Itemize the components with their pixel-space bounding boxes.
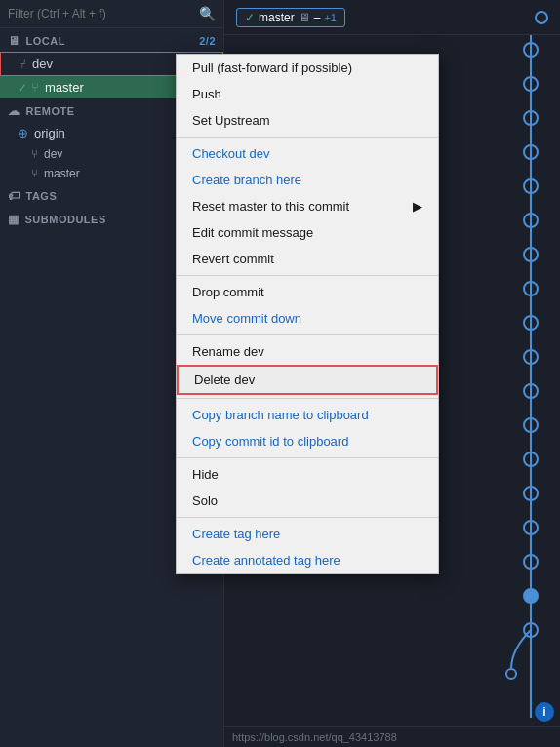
menu-create-annotated-tag[interactable]: Create annotated tag here xyxy=(177,547,438,573)
check-icon: ✓ xyxy=(245,11,255,24)
menu-rename-dev[interactable]: Rename dev xyxy=(177,338,438,365)
menu-create-branch[interactable]: Create branch here xyxy=(177,167,438,193)
menu-hide[interactable]: Hide xyxy=(177,461,438,488)
search-icon: 🔍 xyxy=(199,6,216,21)
remote-origin-name: origin xyxy=(34,126,65,140)
menu-solo[interactable]: Solo xyxy=(177,488,438,514)
menu-create-tag[interactable]: Create tag here xyxy=(177,521,438,547)
branch-name-dev: dev xyxy=(32,57,53,71)
monitor-icon: 🖥 xyxy=(299,11,310,24)
remote-label: REMOTE xyxy=(26,105,75,117)
menu-set-upstream[interactable]: Set Upstream xyxy=(177,107,438,134)
top-bar: ✓ master 🖥 – +1 xyxy=(224,0,560,35)
menu-revert[interactable]: Revert commit xyxy=(177,246,438,272)
menu-delete-dev[interactable]: Delete dev xyxy=(177,365,438,395)
branch-name-master: master xyxy=(45,80,84,95)
menu-copy-commit-id[interactable]: Copy commit id to clipboard xyxy=(177,428,438,454)
menu-reset-master-label: Reset master to this commit xyxy=(192,199,349,214)
menu-reset-master[interactable]: Reset master to this commit ▶ xyxy=(177,193,438,219)
plus-badge: – xyxy=(314,11,321,24)
submodules-label: SUBMODULES xyxy=(25,214,106,225)
svg-point-19 xyxy=(506,669,516,679)
checkmark-icon: ✓ xyxy=(18,81,27,95)
remote-master-name: master xyxy=(44,167,80,180)
divider-1 xyxy=(177,137,438,138)
branch-tag-name: master xyxy=(259,11,295,24)
svg-point-17 xyxy=(524,589,538,603)
tags-label: TAGS xyxy=(26,190,58,202)
divider-3 xyxy=(177,334,438,335)
menu-drop-commit[interactable]: Drop commit xyxy=(177,279,438,305)
branch-icon-master: ⑂ xyxy=(31,80,39,95)
dot-1 xyxy=(535,11,548,24)
menu-copy-branch-name[interactable]: Copy branch name to clipboard xyxy=(177,402,438,428)
menu-edit-commit[interactable]: Edit commit message xyxy=(177,219,438,246)
remote-dev-name: dev xyxy=(44,147,62,161)
commit-graph xyxy=(482,35,560,726)
divider-6 xyxy=(177,517,438,518)
status-bar: https://blog.csdn.net/qq_43413788 xyxy=(224,726,560,747)
local-count: 2/2 xyxy=(199,35,216,47)
branch-tag[interactable]: ✓ master 🖥 – +1 xyxy=(236,8,345,27)
plus-one-badge: +1 xyxy=(324,12,337,23)
filter-bar: 🔍 xyxy=(0,0,223,28)
divider-4 xyxy=(177,398,438,399)
filter-input[interactable] xyxy=(8,7,199,20)
menu-move-commit-down[interactable]: Move commit down xyxy=(177,305,438,332)
branch-icon-dev: ⑂ xyxy=(19,57,26,71)
local-label: LOCAL xyxy=(26,35,65,47)
menu-pull[interactable]: Pull (fast-forward if possible) xyxy=(177,55,438,81)
status-url: https://blog.csdn.net/qq_43413788 xyxy=(232,731,397,743)
info-icon[interactable]: i xyxy=(535,702,554,722)
context-menu: Pull (fast-forward if possible) Push Set… xyxy=(176,54,439,574)
local-section-header: 🖥 LOCAL 2/2 xyxy=(0,28,223,52)
menu-push[interactable]: Push xyxy=(177,81,438,107)
divider-2 xyxy=(177,275,438,276)
divider-5 xyxy=(177,457,438,458)
arrow-icon: ▶ xyxy=(413,199,422,214)
menu-checkout-dev[interactable]: Checkout dev xyxy=(177,140,438,167)
